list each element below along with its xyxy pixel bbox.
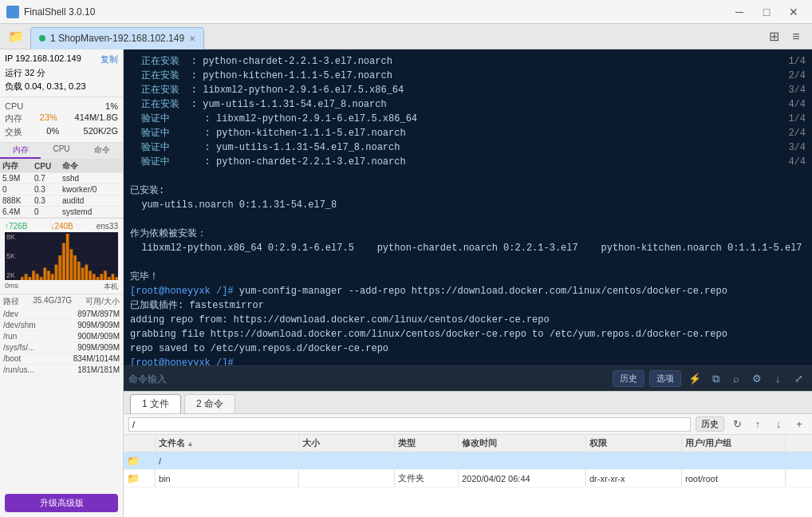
disk-path: /dev/shm [3, 321, 36, 330]
terminal-line: 正在安装 : python-kitchen-1.1.1-5.el7.noarch… [130, 69, 806, 83]
proc-tab-cpu[interactable]: CPU [41, 143, 81, 159]
file-owner: root/root [682, 470, 786, 487]
minimize-button[interactable]: ─ [727, 4, 751, 20]
history-button[interactable]: 历史 [613, 370, 644, 387]
terminal-line: adding repo from: https://download.docke… [130, 313, 806, 327]
settings-icon[interactable]: ⚙ [748, 370, 766, 388]
proc-col-mem[interactable]: 内存 [0, 160, 32, 173]
proc-name: systemd [60, 207, 123, 218]
file-type: 文件夹 [395, 470, 459, 487]
proc-tab-command[interactable]: 命令 [82, 143, 123, 159]
lightning-icon[interactable]: ⚡ [686, 370, 704, 388]
terminal-line: 作为依赖被安装： [130, 227, 806, 241]
app-title: FinalShell 3.0.10 [24, 6, 95, 18]
file-history-button[interactable]: 历史 [696, 416, 724, 432]
maximize-button[interactable]: □ [755, 4, 778, 20]
col-icon [124, 435, 156, 452]
disk-size: 900M/909M [77, 332, 120, 341]
ip-address: IP 192.168.102.149 [5, 53, 81, 65]
tab-bar: 1 ShopMaven-192.168.102.149 ✕ [30, 24, 759, 49]
table-row[interactable]: 📁 bin 文件夹 2020/04/02 06:44 dr-xr-xr-x ro… [124, 470, 812, 487]
list-item: /dev/shm909M/909M [0, 320, 123, 331]
grid-view-icon[interactable]: ⊞ [764, 27, 783, 46]
proc-cpu: 0 [32, 207, 60, 218]
disk-size-header: 可用/大小 [85, 296, 120, 307]
proc-col-cpu[interactable]: CPU [32, 160, 60, 173]
list-item: 6.4M0systemd [0, 207, 123, 218]
net-label-8k: 8K [6, 233, 15, 241]
titlebar: FinalShell 3.0.10 ─ □ ✕ [0, 0, 812, 24]
download-icon[interactable]: ↓ [769, 370, 786, 388]
terminal-line: 验证中 : libxml2-python-2.9.1-6.el7.5.x86_6… [130, 112, 806, 126]
disk-path: /run [3, 332, 17, 341]
file-path-input[interactable] [128, 417, 691, 432]
stats-section: CPU 1% 内存 23% 414M/1.8G 交换 0% 520K/2G [0, 97, 123, 143]
toolbar-right: ⊞ ≡ [764, 27, 806, 46]
terminal-line: 正在安装 : yum-utils-1.1.31-54.el7_8.noarch4… [130, 97, 806, 112]
file-refresh-icon[interactable]: ↻ [729, 416, 745, 432]
terminal-line: 验证中 : yum-utils-1.1.31-54.el7_8.noarch3/… [130, 140, 806, 155]
terminal-line [130, 255, 806, 270]
proc-tab-memory[interactable]: 内存 [0, 143, 41, 159]
copy-button[interactable]: 复制 [101, 53, 118, 65]
col-owner[interactable]: 用户/用户组 [682, 435, 786, 452]
swap-value: 520K/2G [84, 126, 118, 138]
disk-total: 35.4G/37G [33, 296, 72, 307]
proc-mem: 6.4M [0, 207, 32, 218]
col-modified[interactable]: 修改时间 [459, 435, 586, 452]
sidebar: IP 192.168.102.149 复制 运行 32 分 负载 0.04, 0… [0, 49, 124, 517]
network-canvas [21, 232, 118, 280]
tab-commands[interactable]: 2 命令 [184, 394, 235, 413]
net-upload: ↑726B [5, 222, 27, 231]
proc-col-name[interactable]: 命令 [60, 160, 123, 173]
command-input[interactable] [128, 373, 608, 385]
col-size[interactable]: 大小 [299, 435, 395, 452]
tab-shopmaven[interactable]: 1 ShopMaven-192.168.102.149 ✕ [30, 27, 204, 49]
mem-label: 内存 [5, 112, 22, 124]
file-newfolder-icon[interactable]: + [791, 416, 807, 432]
close-button[interactable]: ✕ [782, 4, 806, 20]
right-panel: 正在安装 : python-chardet-2.2.1-3.el7.noarch… [124, 49, 812, 517]
options-button[interactable]: 选项 [649, 370, 681, 387]
col-type[interactable]: 类型 [395, 435, 459, 452]
disk-size: 897M/897M [77, 310, 120, 318]
upgrade-button[interactable]: 升级高级版 [5, 494, 118, 512]
copy-icon[interactable]: ⧉ [707, 370, 724, 388]
file-modified: 2020/04/02 06:44 [459, 470, 586, 487]
mem-value: 414M/1.8G [75, 112, 118, 124]
col-perms[interactable]: 权限 [586, 435, 682, 452]
net-info: 0ms 本机 [5, 282, 118, 292]
cpu-label: CPU [5, 101, 23, 111]
net-label-5k: 5K [6, 252, 15, 260]
file-type [395, 452, 459, 469]
col-name[interactable]: 文件名 ▲ [156, 435, 299, 452]
tab-close-button[interactable]: ✕ [189, 34, 195, 43]
search-icon[interactable]: ⌕ [727, 370, 745, 388]
cpu-value: 1% [105, 101, 118, 111]
expand-icon[interactable]: ⤢ [790, 370, 807, 388]
ip-section: IP 192.168.102.149 复制 运行 32 分 负载 0.04, 0… [0, 49, 123, 97]
table-row[interactable]: 📁 / [124, 452, 812, 470]
runtime-label: 运行 32 分 [5, 67, 45, 79]
menu-icon[interactable]: ≡ [786, 27, 806, 46]
mem-percent: 23% [40, 112, 57, 124]
app-icon [6, 6, 19, 18]
disk-size: 181M/181M [77, 365, 120, 374]
terminal-line: 验证中 : python-kitchen-1.1.1-5.el7.noarch2… [130, 126, 806, 140]
proc-name: auditd [60, 195, 123, 207]
tab-files[interactable]: 1 文件 [130, 394, 181, 413]
file-name: / [156, 452, 299, 469]
folder-icon[interactable]: 📁 [6, 27, 26, 46]
swap-label: 交换 [5, 126, 22, 138]
file-upload-icon[interactable]: ↑ [750, 416, 766, 432]
list-item: 5.9M0.7sshd [0, 173, 123, 184]
file-download-icon[interactable]: ↓ [771, 416, 786, 432]
terminal-input-bar: 历史 选项 ⚡ ⧉ ⌕ ⚙ ↓ ⤢ [124, 365, 812, 391]
terminal-output: 正在安装 : python-chardet-2.2.1-3.el7.noarch… [124, 49, 812, 365]
terminal-icons: ⚡ ⧉ ⌕ ⚙ ↓ ⤢ [686, 370, 807, 388]
terminal-line [130, 212, 806, 227]
list-item: 888K0.3auditd [0, 195, 123, 207]
file-toolbar: 历史 ↻ ↑ ↓ + [124, 414, 812, 435]
terminal-line: 验证中 : python-chardet-2.2.1-3.el7.noarch4… [130, 155, 806, 169]
file-perms [586, 452, 682, 469]
